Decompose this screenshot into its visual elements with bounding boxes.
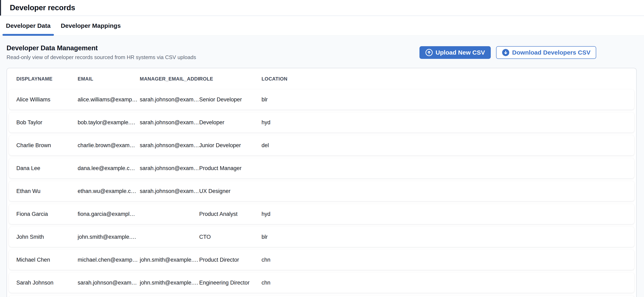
section-title: Developer Data Management <box>6 44 196 52</box>
cell-role: Product Director <box>199 257 262 263</box>
cell-email: alice.williams@examp… <box>78 97 140 103</box>
cell-manager-email: sarah.johnson@exam… <box>140 188 199 194</box>
cell-displayname: Alice Williams <box>16 97 78 103</box>
cell-location: blr <box>262 234 634 240</box>
cell-manager-email: john.smith@example.… <box>140 257 199 263</box>
cell-displayname: John Smith <box>16 234 78 240</box>
cell-email: dana.lee@example.c… <box>78 165 140 171</box>
cell-displayname: Ethan Wu <box>16 188 78 194</box>
cell-role: Developer <box>199 119 262 126</box>
table-row: Michael Chen michael.chen@examp… john.sm… <box>9 250 634 270</box>
cell-manager-email: john.smith@example.… <box>140 280 199 286</box>
column-header-location: LOCATION <box>262 76 634 82</box>
cell-manager-email: sarah.johnson@exam… <box>140 119 199 126</box>
cell-role: Senior Developer <box>199 97 262 103</box>
table-header-row: DISPLAYNAME EMAIL MANAGER_EMAIL_ADDRE… R… <box>9 68 634 90</box>
column-header-email: EMAIL <box>78 76 140 82</box>
cell-manager-email: sarah.johnson@exam… <box>140 165 199 171</box>
cell-email: ethan.wu@example.c… <box>78 188 140 194</box>
csv-actions: Upload New CSV Download Developers CSV <box>420 46 596 59</box>
cell-email: charlie.brown@exam… <box>78 142 140 149</box>
tab-developer-data-label: Developer Data <box>6 22 50 29</box>
cell-role: Product Manager <box>199 165 262 171</box>
table-row: Alice Williams alice.williams@examp… sar… <box>9 90 634 110</box>
page-title: Developer records <box>10 4 75 12</box>
tab-bar: Developer Data Developer Mappings <box>0 16 644 36</box>
cell-manager-email: sarah.johnson@exam… <box>140 97 199 103</box>
upload-csv-button[interactable]: Upload New CSV <box>420 46 491 59</box>
upload-csv-button-label: Upload New CSV <box>436 49 485 56</box>
cell-email: sarah.johnson@exam… <box>78 280 140 286</box>
cell-displayname: Charlie Brown <box>16 142 78 149</box>
section-header-text: Developer Data Management Read-only view… <box>6 44 196 61</box>
column-header-manager-email: MANAGER_EMAIL_ADDRE… <box>140 76 199 82</box>
developer-table-card: DISPLAYNAME EMAIL MANAGER_EMAIL_ADDRE… R… <box>6 68 637 297</box>
table-row: John Smith john.smith@example.… CTO blr <box>9 227 634 247</box>
cell-displayname: Sarah Johnson <box>16 280 78 286</box>
table-row: Charlie Brown charlie.brown@exam… sarah.… <box>9 135 634 155</box>
cell-role: Engineering Director <box>199 280 262 286</box>
table-row: Ethan Wu ethan.wu@example.c… sarah.johns… <box>9 181 634 201</box>
download-csv-button[interactable]: Download Developers CSV <box>496 46 596 59</box>
table-row: Bob Taylor bob.taylor@example.… sarah.jo… <box>9 112 634 132</box>
cell-location: chn <box>262 257 634 263</box>
table-body: Alice Williams alice.williams@examp… sar… <box>9 90 634 293</box>
circle-arrow-down-icon <box>502 49 510 56</box>
cell-location: hyd <box>262 211 634 217</box>
tab-developer-mappings-label: Developer Mappings <box>61 22 120 29</box>
circle-arrow-up-icon <box>425 49 433 56</box>
section-header: Developer Data Management Read-only view… <box>6 44 637 61</box>
cell-manager-email: sarah.johnson@exam… <box>140 142 199 149</box>
app-header: Developer records <box>0 0 644 16</box>
table-row: Fiona Garcia fiona.garcia@exampl… Produc… <box>9 204 634 224</box>
cell-displayname: Bob Taylor <box>16 119 78 126</box>
tab-developer-data[interactable]: Developer Data <box>2 16 54 35</box>
cell-location: hyd <box>262 119 634 126</box>
column-header-displayname: DISPLAYNAME <box>16 76 78 82</box>
tab-developer-mappings[interactable]: Developer Mappings <box>57 16 124 35</box>
cell-location: del <box>262 142 634 149</box>
cell-email: john.smith@example.… <box>78 234 140 240</box>
cell-email: bob.taylor@example.… <box>78 119 140 126</box>
cell-role: Product Analyst <box>199 211 262 217</box>
cell-role: Junior Developer <box>199 142 262 149</box>
cell-location: chn <box>262 280 634 286</box>
cell-displayname: Fiona Garcia <box>16 211 78 217</box>
sidebar-edge <box>0 0 1 16</box>
column-header-role: ROLE <box>199 76 262 82</box>
cell-email: fiona.garcia@exampl… <box>78 211 140 217</box>
cell-displayname: Dana Lee <box>16 165 78 171</box>
cell-location: blr <box>262 97 634 103</box>
cell-displayname: Michael Chen <box>16 257 78 263</box>
main-content: Developer Data Management Read-only view… <box>0 36 644 297</box>
section-subtitle: Read-only view of developer records sour… <box>6 54 196 61</box>
table-row-partial <box>9 295 634 297</box>
table-row: Sarah Johnson sarah.johnson@exam… john.s… <box>9 273 634 293</box>
cell-role: UX Designer <box>199 188 262 194</box>
cell-email: michael.chen@examp… <box>78 257 140 263</box>
cell-role: CTO <box>199 234 262 240</box>
download-csv-button-label: Download Developers CSV <box>512 49 590 56</box>
table-row: Dana Lee dana.lee@example.c… sarah.johns… <box>9 158 634 178</box>
